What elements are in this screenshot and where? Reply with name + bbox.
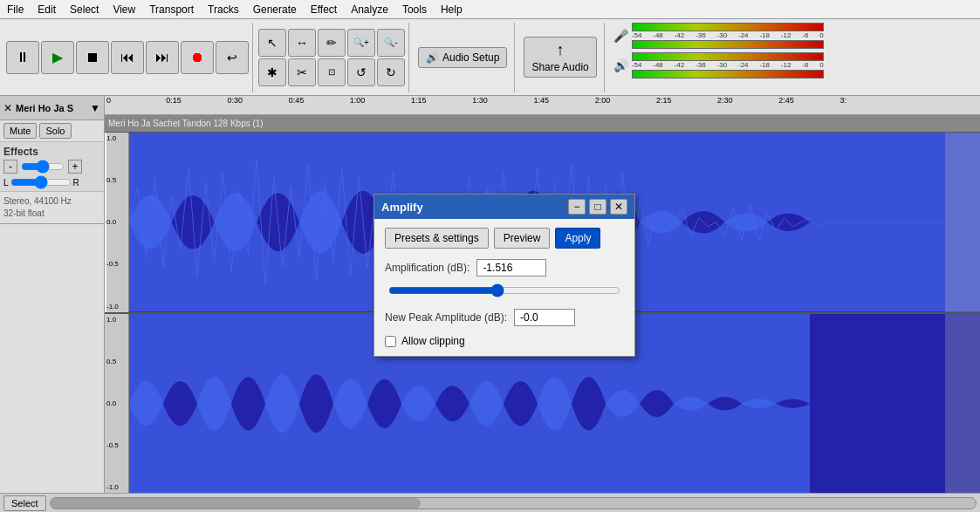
toolbar: ⏸ ▶ ⏹ ⏮ ⏭ ⏺ ↩ ↖ ↔ ✏ 🔍+ 🔍- ✱ ✂ ⊡: [0, 19, 980, 96]
track-controls-panel: ✕ Meri Ho Ja S ▼ Mute Solo Effects - + L…: [0, 96, 105, 493]
track2-controls: [0, 224, 104, 493]
menu-help[interactable]: Help: [434, 2, 469, 17]
apply-button[interactable]: Apply: [555, 228, 600, 249]
menu-bar: File Edit Select View Transport Tracks G…: [0, 0, 980, 19]
pause-button[interactable]: ⏸: [6, 41, 39, 74]
dialog-action-row: Presets & settings Preview Apply: [385, 228, 624, 249]
effects-minus-button[interactable]: -: [3, 160, 17, 174]
close-track-icon[interactable]: ✕: [3, 102, 12, 114]
db-scale-left: 1.0 0.5 0.0 -0.5 -1.0: [105, 133, 129, 312]
amplification-input[interactable]: [476, 259, 546, 276]
solo-button[interactable]: Solo: [39, 123, 71, 139]
upload-icon: ↑: [557, 41, 565, 59]
effects-section: Effects - + L R: [0, 141, 104, 192]
speaker-icon: 🔊: [426, 51, 439, 64]
share-audio-label: Share Audio: [531, 61, 588, 73]
vu-output-meter: -54-48-42-36-30-24-18-12-60: [632, 52, 824, 79]
menu-effect[interactable]: Effect: [304, 2, 344, 17]
trim-tool-button[interactable]: ✂: [288, 58, 316, 86]
dialog-window-controls: − □ ✕: [568, 199, 627, 215]
effects-label: Effects: [3, 146, 100, 158]
undo-button[interactable]: ↺: [347, 58, 375, 86]
speaker-out-icon: 🔊: [613, 58, 628, 72]
pan-controls: L R: [3, 177, 100, 188]
preview-button[interactable]: Preview: [494, 228, 551, 249]
pan-left-label: L: [3, 178, 9, 188]
vu-meters-section: 🎤 -54-48-42-36-30-24-18-12-60 🔊: [607, 23, 827, 92]
peak-amplitude-field: New Peak Amplitude (dB):: [385, 309, 624, 326]
track1-buttons: Mute Solo: [0, 120, 104, 141]
allow-clipping-checkbox[interactable]: [385, 336, 396, 347]
allow-clipping-label[interactable]: Allow clipping: [401, 335, 465, 347]
mute-button[interactable]: Mute: [3, 123, 37, 139]
dialog-body: Presets & settings Preview Apply Amplifi…: [374, 219, 634, 356]
dialog-title-bar: Amplify − □ ✕: [374, 195, 634, 219]
vu-output-section: 🔊 -54-48-42-36-30-24-18-12-60: [613, 52, 824, 79]
menu-edit[interactable]: Edit: [31, 2, 63, 17]
skip-end-button[interactable]: ⏭: [146, 41, 179, 74]
amplification-field: Amplification (dB):: [385, 259, 624, 276]
stop-button[interactable]: ⏹: [76, 41, 109, 74]
play-button[interactable]: ▶: [41, 41, 74, 74]
share-audio-button[interactable]: ↑ Share Audio: [524, 37, 596, 78]
tools-section: ↖ ↔ ✏ 🔍+ 🔍- ✱ ✂ ⊡ ↺ ↻: [255, 23, 409, 92]
track1-header: ✕ Meri Ho Ja S ▼: [0, 96, 104, 120]
envelope-tool-button[interactable]: ↔: [288, 29, 316, 57]
dialog-minimize-button[interactable]: −: [568, 199, 586, 215]
peak-label: New Peak Amplitude (dB):: [385, 311, 507, 324]
menu-tracks[interactable]: Tracks: [201, 2, 246, 17]
draw-tool-button[interactable]: ✏: [318, 29, 346, 57]
menu-transport[interactable]: Transport: [142, 2, 201, 17]
effects-plus-button[interactable]: +: [68, 160, 82, 174]
horizontal-scrollbar[interactable]: [50, 497, 977, 509]
vu-input-meter: -54-48-42-36-30-24-18-12-60: [632, 23, 824, 49]
audio-setup-button[interactable]: 🔊 Audio Setup: [418, 47, 507, 68]
track-menu-icon[interactable]: ▼: [90, 102, 100, 114]
loop-button[interactable]: ↩: [216, 41, 249, 74]
menu-tools[interactable]: Tools: [395, 2, 434, 17]
multi-tool-button[interactable]: ✱: [258, 58, 286, 86]
dialog-title: Amplify: [381, 201, 423, 214]
amplification-slider-row: [385, 283, 624, 300]
select-bottom-button[interactable]: Select: [3, 495, 46, 511]
menu-file[interactable]: File: [0, 2, 31, 17]
amplify-dialog: Amplify − □ ✕ Presets & settings Preview…: [373, 194, 635, 357]
track1-title: Meri Ho Ja Sachet Tandon 128 Kbps (1): [108, 119, 264, 128]
skip-start-button[interactable]: ⏮: [111, 41, 144, 74]
zoom-out-button[interactable]: 🔍-: [377, 29, 405, 57]
microphone-icon: 🎤: [613, 29, 628, 43]
ruler: 0 0:15 0:30 0:45 1:00 1:15 1:30 1:45 2:0…: [105, 96, 980, 115]
allow-clipping-row: Allow clipping: [385, 335, 624, 347]
peak-input[interactable]: [514, 309, 575, 326]
track1-label-bar: Meri Ho Ja Sachet Tandon 128 Kbps (1): [105, 115, 980, 133]
pan-right-label: R: [73, 178, 79, 188]
select-tool-button[interactable]: ↖: [258, 29, 286, 57]
transport-section: ⏸ ▶ ⏹ ⏮ ⏭ ⏺ ↩: [3, 23, 253, 92]
silence-button[interactable]: ⊡: [318, 58, 346, 86]
dialog-close-button[interactable]: ✕: [610, 199, 627, 215]
effects-controls: - +: [3, 160, 100, 174]
audio-setup-section: 🔊 Audio Setup: [411, 23, 515, 92]
dialog-maximize-button[interactable]: □: [589, 199, 607, 215]
playhead[interactable]: [105, 133, 106, 312]
menu-view[interactable]: View: [106, 2, 142, 17]
menu-analyze[interactable]: Analyze: [344, 2, 395, 17]
track2-greyed: [945, 314, 980, 494]
presets-button[interactable]: Presets & settings: [385, 228, 489, 249]
track1-greyed: [945, 133, 980, 312]
pan-slider[interactable]: [10, 177, 72, 188]
share-audio-section: ↑ Share Audio: [517, 23, 604, 92]
audio-setup-label: Audio Setup: [442, 51, 499, 64]
bottom-bar: Select: [0, 493, 980, 512]
amplification-slider[interactable]: [388, 283, 620, 297]
gain-slider[interactable]: [21, 160, 65, 173]
redo-button[interactable]: ↻: [377, 58, 405, 86]
amplification-label: Amplification (dB):: [385, 262, 469, 274]
menu-generate[interactable]: Generate: [246, 2, 304, 17]
db-scale-left2: 1.0 0.5 0.0 -0.5 -1.0: [105, 314, 129, 494]
track1-name: Meri Ho Ja S: [12, 103, 90, 113]
vu-input-section: 🎤 -54-48-42-36-30-24-18-12-60: [613, 23, 824, 49]
record-button[interactable]: ⏺: [181, 41, 214, 74]
menu-select[interactable]: Select: [63, 2, 106, 17]
zoom-in-button[interactable]: 🔍+: [347, 29, 375, 57]
